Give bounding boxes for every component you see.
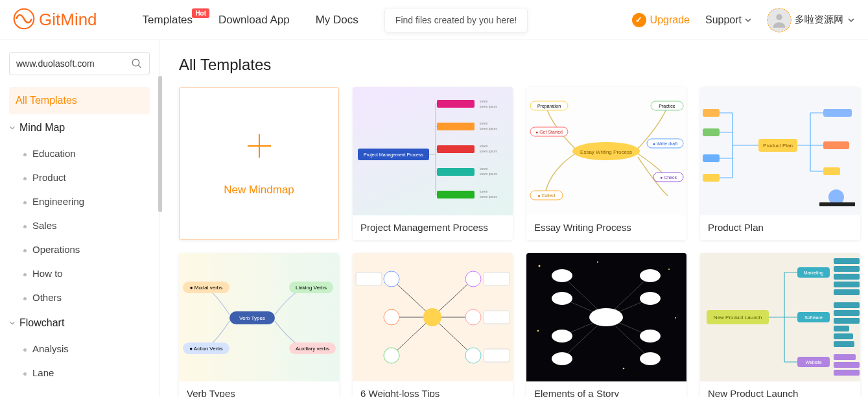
chevron-down-icon [9, 320, 16, 326]
svg-point-1 [776, 14, 782, 19]
template-thumbnail: Essay Writing ProcessPreparation● Get St… [526, 87, 686, 215]
flowchart-label: Flowchart [19, 317, 64, 329]
body: All Templates Mind Map Education Product… [0, 40, 868, 397]
nav-download-app[interactable]: Download App [205, 14, 303, 27]
svg-rect-102 [834, 370, 860, 376]
svg-rect-65 [356, 272, 382, 285]
template-card-verb-types[interactable]: Verb TypesLinking VerbsAuxiliary verbs● … [179, 253, 339, 397]
template-thumbnail [353, 253, 513, 381]
svg-rect-92 [834, 282, 860, 287]
main-content: All Templates New Mindmap Project Manage… [159, 40, 868, 397]
template-title: Project Management Process [353, 215, 513, 239]
template-card-essay-writing[interactable]: Essay Writing ProcessPreparation● Get St… [526, 87, 686, 240]
template-card-new-product-launch[interactable]: New Product LaunchMarketingSoftwareWebsi… [700, 253, 860, 397]
svg-text:Project Management Process: Project Management Process [364, 152, 423, 158]
svg-point-2 [132, 59, 139, 66]
svg-rect-38 [703, 154, 720, 162]
svg-point-74 [640, 352, 661, 365]
support-label: Support [705, 14, 742, 26]
upgrade-label: Upgrade [650, 14, 690, 26]
svg-point-73 [640, 330, 661, 343]
sidebar-item-product[interactable]: Product [9, 165, 150, 189]
template-thumbnail [526, 253, 686, 381]
sidebar-item-howto[interactable]: How to [9, 261, 150, 285]
svg-point-71 [640, 269, 661, 282]
svg-text:Website: Website [805, 360, 821, 365]
sidebar-item-all-templates[interactable]: All Templates [9, 87, 150, 114]
header-right: ✓ Upgrade Support 多啦资源网 [632, 8, 855, 32]
user-menu[interactable]: 多啦资源网 [768, 8, 855, 32]
svg-point-72 [640, 292, 661, 305]
svg-rect-95 [834, 310, 860, 316]
search-box[interactable] [9, 52, 150, 75]
nav-templates[interactable]: Templates Hot [130, 14, 205, 27]
svg-text:● Collect: ● Collect [537, 193, 556, 198]
search-input[interactable] [16, 58, 131, 69]
template-card-product-plan[interactable]: Product Plan Product Plan [700, 87, 860, 240]
svg-text:lorem: lorem [480, 99, 488, 103]
svg-rect-100 [834, 354, 856, 360]
svg-rect-96 [834, 318, 860, 324]
svg-point-78 [623, 368, 625, 370]
upgrade-icon: ✓ [632, 13, 646, 27]
sidebar-item-operations[interactable]: Operations [9, 237, 150, 261]
sidebar-item-others[interactable]: Others [9, 285, 150, 309]
new-mindmap-card[interactable]: New Mindmap [179, 87, 339, 240]
sidebar-item-sales[interactable]: Sales [9, 213, 150, 237]
svg-rect-9 [437, 191, 475, 198]
svg-rect-97 [834, 326, 849, 331]
template-title: Verb Types [179, 381, 339, 397]
svg-rect-7 [437, 145, 475, 153]
svg-rect-94 [834, 302, 860, 308]
sidebar: All Templates Mind Map Education Product… [0, 40, 159, 397]
brand-logo[interactable]: GitMind [13, 8, 97, 32]
sidebar-item-education[interactable]: Education [9, 141, 150, 165]
template-thumbnail: Project Management Processloremlorem ips… [353, 87, 513, 215]
mindmap-label: Mind Map [19, 122, 65, 134]
sidebar-category-mindmap[interactable]: Mind Map [9, 114, 150, 141]
svg-point-57 [384, 309, 399, 325]
avatar-icon [768, 8, 791, 32]
template-title: Product Plan [700, 215, 860, 239]
chevron-down-icon [9, 125, 16, 131]
svg-text:Linking Verbs: Linking Verbs [296, 285, 327, 291]
upgrade-button[interactable]: ✓ Upgrade [632, 13, 690, 27]
chevron-down-icon [847, 16, 855, 24]
sidebar-category-flowchart[interactable]: Flowchart [9, 309, 150, 337]
svg-text:Practice: Practice [659, 104, 675, 108]
sidebar-item-analysis[interactable]: Analysis [9, 337, 150, 361]
svg-rect-6 [437, 123, 475, 130]
svg-rect-37 [703, 128, 720, 136]
search-icon [131, 58, 143, 69]
new-mindmap-label: New Mindmap [224, 184, 294, 197]
svg-rect-99 [834, 341, 854, 347]
sidebar-list: All Templates Mind Map Education Product… [9, 87, 150, 385]
svg-rect-5 [437, 100, 475, 108]
svg-rect-39 [703, 174, 720, 182]
svg-point-56 [384, 271, 399, 287]
template-card-project-management[interactable]: Project Management Processloremlorem ips… [353, 87, 513, 240]
sidebar-item-engineering[interactable]: Engineering [9, 189, 150, 213]
svg-point-70 [552, 352, 572, 365]
scrollbar[interactable] [158, 40, 162, 397]
svg-point-79 [537, 330, 539, 331]
find-files-hint[interactable]: Find files created by you here! [384, 8, 528, 32]
svg-point-80 [675, 317, 676, 319]
nav-my-docs[interactable]: My Docs [303, 14, 371, 27]
template-card-weight-loss[interactable]: 6 Weight-loss Tips [353, 253, 513, 397]
svg-text:lorem: lorem [480, 121, 488, 125]
svg-rect-8 [437, 168, 475, 176]
nav-templates-label: Templates [143, 14, 193, 27]
sidebar-item-lane[interactable]: Lane [9, 361, 150, 385]
svg-point-67 [552, 269, 572, 282]
svg-text:lorem ipsum: lorem ipsum [480, 172, 497, 176]
scrollbar-thumb[interactable] [158, 76, 162, 212]
svg-rect-64 [484, 349, 510, 362]
support-dropdown[interactable]: Support [705, 14, 752, 26]
svg-point-55 [423, 308, 441, 326]
svg-rect-93 [834, 289, 860, 295]
template-card-elements-story[interactable]: Elements of a Story [526, 253, 686, 397]
svg-rect-62 [484, 272, 510, 285]
svg-rect-44 [819, 202, 855, 206]
svg-rect-36 [703, 109, 720, 117]
